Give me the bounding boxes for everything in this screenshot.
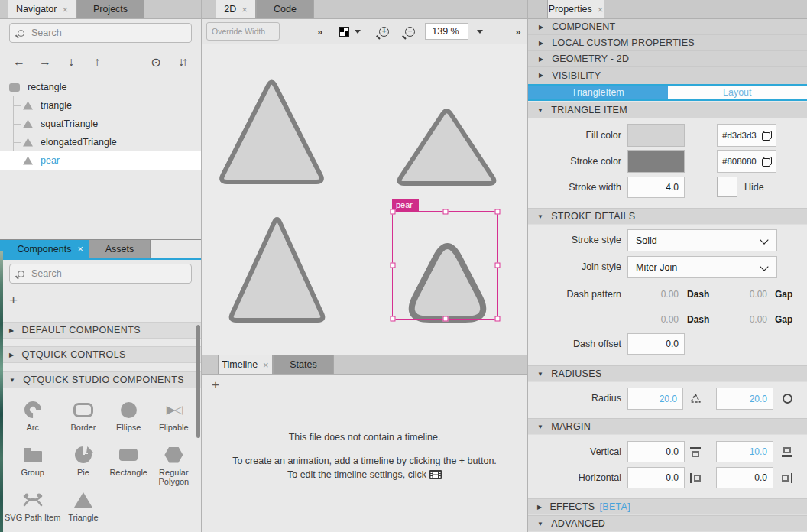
components-search-input[interactable]	[31, 268, 183, 279]
gap-value[interactable]: 0.00	[716, 314, 767, 325]
dash-value[interactable]: 0.00	[627, 289, 679, 300]
component-svg-path-item[interactable]: SVG Path Item	[5, 487, 60, 532]
section-local-custom-properties[interactable]: ▶ LOCAL CUSTOM PROPERTIES	[528, 35, 807, 51]
selection-handle[interactable]	[495, 209, 501, 215]
section-advanced[interactable]: ▼ ADVANCED	[528, 515, 807, 532]
move-right-icon[interactable]: →	[32, 55, 58, 69]
section-qtquick-controls[interactable]: ▶ QTQUICK CONTROLS	[0, 346, 201, 363]
dropdown-caret-icon[interactable]	[355, 30, 361, 34]
components-search[interactable]	[9, 264, 192, 284]
selection-handle[interactable]	[442, 316, 448, 322]
component-rectangle[interactable]: Rectangle	[106, 442, 151, 487]
tab-navigator[interactable]: Navigator ×	[8, 0, 76, 18]
fill-color-hex-field[interactable]: #d3d3d3	[717, 124, 776, 147]
tree-item-triangle[interactable]: triangle	[0, 96, 201, 115]
visibility-eye-icon[interactable]: ⊙	[143, 55, 169, 70]
section-default-components[interactable]: ▶ DEFAULT COMPONENTS	[0, 322, 201, 339]
add-module-button[interactable]: +	[9, 293, 18, 308]
component-pie[interactable]: Pie	[60, 442, 105, 487]
vertical-margin-field-2[interactable]: 10.0	[716, 441, 773, 462]
tab-timeline[interactable]: Timeline ×	[218, 355, 273, 374]
selection-handle[interactable]	[391, 263, 396, 268]
selection-handle[interactable]	[495, 263, 501, 268]
gap-value[interactable]: 0.00	[716, 289, 767, 300]
section-qtquick-studio-components[interactable]: ▼ QTQUICK STUDIO COMPONENTS	[0, 371, 201, 388]
overflow-icon[interactable]: »	[515, 26, 520, 37]
close-icon[interactable]: ×	[263, 359, 269, 371]
tab-code[interactable]: Code	[256, 0, 314, 18]
fill-color-swatch[interactable]	[627, 124, 685, 147]
dash-offset-field[interactable]: 0.0	[627, 333, 685, 355]
selection-handle[interactable]	[391, 209, 396, 215]
stroke-color-swatch[interactable]	[627, 150, 685, 173]
section-geometry-2d[interactable]: ▶ GEOMETRY - 2D	[528, 51, 807, 67]
overflow-icon[interactable]: »	[317, 26, 322, 37]
move-up-icon[interactable]: ↑	[84, 55, 110, 69]
stroke-width-field[interactable]: 4.0	[627, 177, 685, 198]
navigator-search-input[interactable]	[31, 28, 183, 38]
component-triangle[interactable]: Triangle	[60, 487, 105, 532]
move-down-icon[interactable]: ↓	[58, 55, 84, 69]
zoom-level-input[interactable]	[432, 26, 468, 37]
tab-assets[interactable]: Assets	[89, 240, 151, 258]
selection-handle[interactable]	[442, 209, 448, 215]
copy-icon[interactable]	[762, 131, 772, 141]
horizontal-margin-field-2[interactable]: 0.0	[716, 467, 773, 488]
component-regular-polygon[interactable]: Regular Polygon	[151, 442, 196, 487]
tree-item-rectangle[interactable]: rectangle	[0, 78, 201, 96]
background-color-icon[interactable]	[339, 27, 349, 37]
tab-states[interactable]: States	[273, 355, 334, 374]
hide-checkbox[interactable]	[717, 177, 737, 197]
vertical-margin-field-1[interactable]: 0.0	[627, 441, 685, 462]
component-arc[interactable]: Arc	[5, 397, 60, 442]
zoom-caret-icon[interactable]	[477, 30, 483, 34]
navigator-search[interactable]	[9, 23, 192, 43]
section-visibility[interactable]: ▶ VISIBILITY	[528, 67, 807, 83]
shape-triangle[interactable]	[222, 82, 322, 182]
join-style-dropdown[interactable]: Miter Join	[627, 256, 777, 278]
zoom-level-field[interactable]	[425, 23, 468, 40]
tab-2d[interactable]: 2D ×	[216, 0, 256, 18]
section-triangle-item[interactable]: ▼ TRIANGLE ITEM	[528, 102, 807, 118]
close-icon[interactable]: ×	[77, 243, 83, 255]
override-width-input[interactable]	[212, 27, 274, 36]
section-margin[interactable]: ▼ MARGIN	[528, 418, 807, 435]
add-timeline-button[interactable]: +	[212, 378, 219, 393]
section-stroke-details[interactable]: ▼ STROKE DETAILS	[528, 208, 807, 225]
section-component[interactable]: ▶ COMPONENT	[528, 19, 807, 35]
components-scrollbar[interactable]	[196, 325, 200, 438]
shape-elongatedTriangle[interactable]	[232, 219, 323, 320]
tab-components[interactable]: Components ×	[0, 240, 89, 258]
radius-field-2[interactable]: 20.0	[716, 388, 773, 410]
shape-squatTriangle[interactable]	[400, 111, 494, 183]
move-left-icon[interactable]: ←	[6, 55, 32, 69]
component-flipable[interactable]: ▶◁ Flipable	[151, 397, 196, 442]
tab-layout[interactable]: Layout	[668, 86, 807, 99]
timeline-settings-icon[interactable]	[429, 470, 442, 482]
selection-handle[interactable]	[391, 316, 396, 322]
horizontal-margin-field-1[interactable]: 0.0	[627, 467, 685, 488]
component-ellipse[interactable]: Ellipse	[106, 397, 151, 442]
selection-handle[interactable]	[495, 316, 501, 322]
tree-item-squattriangle[interactable]: squatTriangle	[0, 115, 201, 133]
tab-properties[interactable]: Properties ×	[547, 0, 604, 18]
selection-rect[interactable]: pear	[392, 211, 498, 320]
component-border[interactable]: Border	[60, 397, 105, 442]
close-icon[interactable]: ×	[241, 4, 248, 15]
close-icon[interactable]: ×	[62, 4, 68, 15]
design-canvas[interactable]: pear	[202, 44, 527, 355]
dash-value[interactable]: 0.00	[627, 314, 679, 325]
component-group[interactable]: Group	[5, 442, 60, 487]
radius-field-1[interactable]: 20.0	[627, 388, 683, 410]
zoom-out-icon[interactable]: −	[405, 27, 415, 37]
tab-triangleitem[interactable]: TriangleItem	[528, 86, 668, 99]
reverse-order-icon[interactable]: ↓↑	[169, 55, 195, 69]
section-effects[interactable]: ▶ EFFECTS [BETA]	[528, 498, 807, 515]
close-icon[interactable]: ×	[598, 4, 604, 15]
section-radiuses[interactable]: ▼ RADIUSES	[528, 365, 807, 382]
stroke-color-hex-field[interactable]: #808080	[717, 150, 776, 173]
zoom-in-icon[interactable]: +	[379, 27, 389, 37]
copy-icon[interactable]	[762, 157, 772, 167]
tree-item-elongatedtriangle[interactable]: elongatedTriangle	[0, 133, 201, 151]
tab-projects[interactable]: Projects	[76, 0, 144, 18]
